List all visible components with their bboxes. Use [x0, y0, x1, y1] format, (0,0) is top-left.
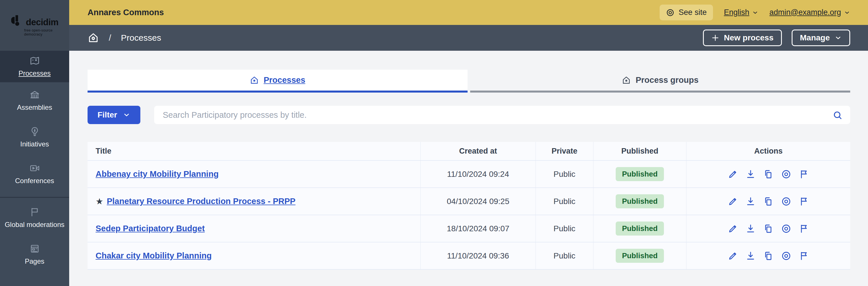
process-title-link[interactable]: Abbenay city Mobility Planning	[96, 169, 219, 179]
table-header-row: Title Created at Private Published Actio…	[88, 142, 850, 161]
sidebar-item-conferences[interactable]: Conferences	[0, 155, 69, 192]
actions-cell	[686, 161, 850, 187]
sidebar-item-processes[interactable]: Processes	[0, 51, 69, 82]
copy-icon	[763, 251, 774, 261]
pencil-icon	[727, 196, 738, 207]
pencil-icon	[727, 169, 738, 179]
moderate-button[interactable]	[799, 196, 809, 207]
content-area: Processes Process groups Filter	[69, 51, 868, 286]
column-header-private: Private	[535, 142, 593, 160]
preview-icon	[781, 251, 792, 261]
breadcrumb-separator: /	[109, 33, 111, 43]
processes-table: Title Created at Private Published Actio…	[88, 142, 850, 270]
moderate-button[interactable]	[799, 223, 809, 234]
sidebar-item-pages[interactable]: Pages	[0, 236, 69, 273]
manage-dropdown-button[interactable]: Manage	[792, 30, 850, 46]
sidebar-item-label: Initiatives	[19, 140, 51, 148]
table-row: Abbenay city Mobility Planning 11/10/202…	[88, 161, 850, 188]
flag-icon	[799, 196, 809, 207]
sidebar-item-initiatives[interactable]: Initiatives	[0, 119, 69, 155]
process-title-link[interactable]: Planetary Resource Production Process - …	[107, 196, 296, 206]
home-icon	[622, 76, 631, 85]
decidim-logo[interactable]: decidim free open-source democracy	[0, 0, 69, 51]
moderate-button[interactable]	[799, 169, 809, 179]
search-input[interactable]	[154, 106, 850, 124]
flag-icon	[799, 251, 809, 261]
user-menu[interactable]: admin@example.org	[769, 8, 850, 17]
top-bar: Annares Commons See site English admin@e…	[69, 0, 868, 25]
copy-icon	[763, 196, 774, 207]
breadcrumb: / Processes	[88, 32, 161, 43]
preview-button[interactable]	[781, 196, 792, 207]
user-email: admin@example.org	[769, 8, 841, 17]
private-cell: Public	[535, 243, 593, 269]
breadcrumb-current: Processes	[121, 33, 161, 43]
see-site-label: See site	[679, 8, 707, 17]
preview-icon	[781, 169, 792, 179]
actions-cell	[686, 215, 850, 242]
copy-icon	[763, 169, 774, 179]
download-icon	[745, 223, 756, 234]
filter-button[interactable]: Filter	[88, 106, 141, 124]
preview-icon	[781, 196, 792, 207]
duplicate-button[interactable]	[763, 223, 774, 234]
published-cell: Published	[593, 215, 686, 242]
see-site-button[interactable]: See site	[660, 5, 713, 20]
sidebar-item-label: Pages	[23, 258, 46, 265]
export-button[interactable]	[745, 223, 756, 234]
video-camera-icon	[30, 163, 40, 173]
sidebar-item-label: Assemblies	[15, 104, 54, 111]
process-title-link[interactable]: Chakar city Mobility Planning	[96, 251, 212, 260]
flag-icon	[30, 207, 40, 217]
table-body: Abbenay city Mobility Planning 11/10/202…	[88, 161, 850, 270]
created-at-cell: 18/10/2024 09:07	[420, 215, 535, 242]
column-header-published: Published	[593, 142, 686, 160]
edit-button[interactable]	[727, 196, 738, 207]
download-icon	[745, 169, 756, 179]
sidebar-item-global-moderations[interactable]: Global moderations	[0, 200, 69, 236]
private-cell: Public	[535, 215, 593, 242]
duplicate-button[interactable]	[763, 196, 774, 207]
home-icon	[250, 76, 259, 85]
edit-button[interactable]	[727, 251, 738, 261]
chevron-down-icon	[834, 34, 842, 41]
duplicate-button[interactable]	[763, 251, 774, 261]
language-selector[interactable]: English	[724, 8, 758, 17]
admin-sidebar: decidim free open-source democracy Proce…	[0, 0, 69, 286]
export-button[interactable]	[745, 251, 756, 261]
column-header-title: Title	[88, 142, 420, 160]
pencil-icon	[727, 223, 738, 234]
export-button[interactable]	[745, 196, 756, 207]
map-icon	[30, 56, 40, 66]
admin-home-icon[interactable]	[88, 32, 99, 43]
copy-icon	[763, 223, 774, 234]
preview-button[interactable]	[781, 223, 792, 234]
actions-cell	[686, 243, 850, 269]
duplicate-button[interactable]	[763, 169, 774, 179]
process-title-link[interactable]: Sedep Participatory Budget	[96, 224, 205, 233]
sidebar-item-assemblies[interactable]: Assemblies	[0, 82, 69, 119]
moderate-button[interactable]	[799, 251, 809, 261]
eye-target-icon	[666, 8, 675, 17]
tab-process-groups[interactable]: Process groups	[470, 70, 850, 93]
created-at-cell: 04/10/2024 09:25	[420, 188, 535, 215]
export-button[interactable]	[745, 169, 756, 179]
preview-button[interactable]	[781, 251, 792, 261]
new-process-label: New process	[724, 33, 774, 42]
column-header-created-at: Created at	[420, 142, 535, 160]
tab-processes[interactable]: Processes	[88, 70, 468, 93]
new-process-button[interactable]: New process	[703, 30, 782, 46]
edit-button[interactable]	[727, 169, 738, 179]
tabs: Processes Process groups	[88, 70, 850, 93]
search-icon[interactable]	[832, 110, 843, 120]
published-badge: Published	[616, 249, 664, 263]
chevron-down-icon	[123, 111, 130, 119]
preview-button[interactable]	[781, 169, 792, 179]
edit-button[interactable]	[727, 223, 738, 234]
created-at-cell: 11/10/2024 09:36	[420, 243, 535, 269]
sidebar-nav: Processes Assemblies Initiatives	[0, 51, 69, 273]
private-cell: Public	[535, 188, 593, 215]
tab-label: Process groups	[636, 75, 699, 85]
published-badge: Published	[616, 167, 664, 181]
flag-icon	[799, 169, 809, 179]
